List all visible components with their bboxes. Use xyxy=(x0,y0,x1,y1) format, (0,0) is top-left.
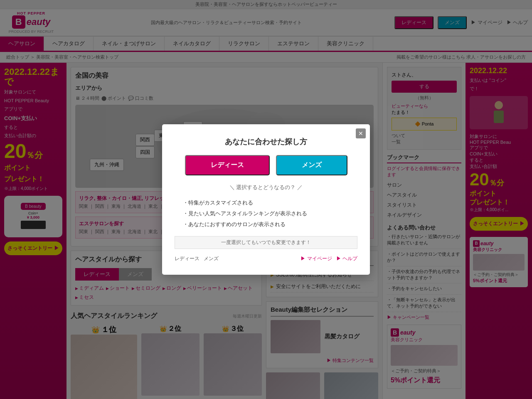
modal-mens-button[interactable]: メンズ xyxy=(276,155,347,175)
modal-footer-nav: ▶ マイページ ▶ ヘルプ xyxy=(300,255,357,262)
modal-benefit-3: あなたにおすすめのサロンが表示される xyxy=(183,219,357,230)
modal-ladies-button[interactable]: レディース xyxy=(185,155,270,175)
modal-footer-links: レディース メンズ xyxy=(175,255,219,262)
modal-notice: 一度選択してもいつでも変更できます！ xyxy=(175,236,357,249)
modal-benefit-1: 特集がカスタマイズされる xyxy=(183,197,357,208)
modal-footer: レディース メンズ ▶ マイページ ▶ ヘルプ xyxy=(175,255,357,262)
modal-footer-ladies[interactable]: レディース xyxy=(175,255,200,262)
modal-box: ✕ あなたに合わせた探し方 レディース メンズ ＼ 選択するとどうなるの？ ／ … xyxy=(162,124,370,275)
modal-benefits: 特集がカスタマイズされる 見たい人気ヘアスタイルランキングが表示される あなたに… xyxy=(175,197,357,230)
modal-divider: ＼ 選択するとどうなるの？ ／ xyxy=(175,184,357,191)
modal-close-button[interactable]: ✕ xyxy=(356,128,366,138)
modal-overlay[interactable]: ✕ あなたに合わせた探し方 レディース メンズ ＼ 選択するとどうなるの？ ／ … xyxy=(0,0,532,399)
modal-footer-mypage[interactable]: ▶ マイページ xyxy=(300,255,332,262)
modal-footer-mens[interactable]: メンズ xyxy=(204,255,219,262)
modal-gender-buttons: レディース メンズ xyxy=(175,155,357,175)
modal-title: あなたに合わせた探し方 xyxy=(175,137,357,147)
modal-benefit-2: 見たい人気ヘアスタイルランキングが表示される xyxy=(183,208,357,219)
modal-footer-help[interactable]: ▶ ヘルプ xyxy=(336,255,357,262)
